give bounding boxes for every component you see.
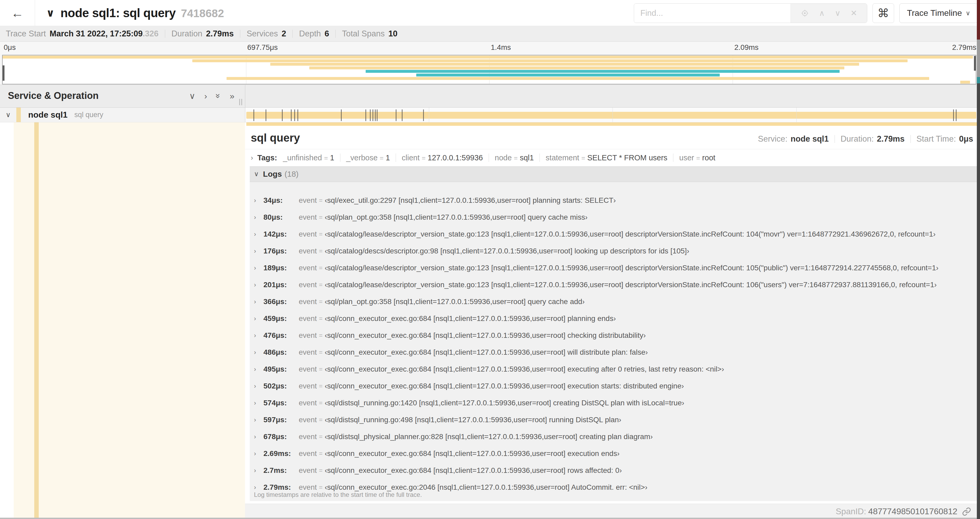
- log-event-marker[interactable]: [298, 109, 298, 121]
- log-expand-icon[interactable]: ›: [254, 264, 263, 271]
- log-expand-icon[interactable]: ›: [254, 248, 263, 255]
- log-event-marker[interactable]: [253, 109, 254, 121]
- tag-value: root: [702, 153, 715, 162]
- summary-item-services: Services2: [247, 29, 286, 38]
- span-detail-titlebar: sql query Service:node sql1Duration:2.79…: [245, 126, 980, 149]
- link-icon[interactable]: [962, 507, 971, 516]
- minimap-span-bar: [366, 70, 840, 73]
- log-expand-icon[interactable]: ›: [254, 298, 263, 305]
- log-expand-icon[interactable]: ›: [254, 332, 263, 339]
- log-row[interactable]: ›678μs:event=‹sql/distsql_physical_plann…: [250, 428, 977, 445]
- locate-icon[interactable]: [800, 9, 809, 18]
- tags-expand-icon[interactable]: ›: [251, 154, 253, 162]
- detail-meta-label: Duration:: [841, 134, 874, 144]
- log-expand-icon[interactable]: ›: [254, 214, 263, 221]
- tag-key: _verbose: [346, 153, 377, 162]
- log-row[interactable]: ›459μs:event=‹sql/conn_executor_exec.go:…: [250, 310, 977, 327]
- log-event-marker[interactable]: [372, 109, 373, 121]
- log-expand-icon[interactable]: ›: [254, 382, 263, 390]
- log-expand-icon[interactable]: ›: [254, 433, 263, 441]
- log-timestamp: 597μs:: [263, 416, 294, 424]
- log-field-value: ‹sql/catalog/lease/descriptor_version_st…: [325, 281, 937, 289]
- log-event-marker[interactable]: [282, 109, 283, 121]
- log-row[interactable]: ›366μs:event=‹sql/plan_opt.go:358 [nsql1…: [250, 293, 977, 310]
- column-resizer-grip[interactable]: [239, 99, 242, 105]
- span-detail-meta: Service:node sql1Duration:2.79msStart Ti…: [758, 134, 973, 144]
- log-row[interactable]: ›2.7ms:event=‹sql/conn_executor_exec.go:…: [250, 462, 977, 479]
- minimap-right-scrubber-handle[interactable]: [974, 56, 976, 71]
- log-field-key: event: [299, 331, 317, 340]
- log-event-marker[interactable]: [294, 109, 295, 121]
- span-duration-bar[interactable]: [246, 112, 976, 119]
- log-event-marker[interactable]: [402, 109, 402, 121]
- span-collapse-icon[interactable]: ∨: [0, 111, 16, 119]
- log-event-marker[interactable]: [291, 109, 292, 121]
- log-timestamp: 80μs:: [263, 213, 294, 222]
- summary-value: 10: [388, 29, 397, 38]
- log-event-marker[interactable]: [370, 109, 371, 121]
- trace-view-selector[interactable]: Trace Timeline ∨: [899, 3, 978, 23]
- span-row-name-cell[interactable]: ∨ node sql1 sql query: [0, 108, 245, 122]
- log-row[interactable]: ›574μs:event=‹sql/distsql_running.go:142…: [250, 394, 977, 411]
- minimap-span-bar: [192, 59, 908, 62]
- summary-label: Services: [247, 29, 278, 38]
- log-expand-icon[interactable]: ›: [254, 467, 263, 474]
- log-event-marker[interactable]: [341, 109, 342, 121]
- trace-collapse-icon[interactable]: ∨: [46, 7, 54, 19]
- log-expand-icon[interactable]: ›: [254, 484, 263, 491]
- log-expand-icon[interactable]: ›: [254, 197, 263, 204]
- log-row[interactable]: ›597μs:event=‹sql/distsql_running.go:498…: [250, 411, 977, 428]
- log-expand-icon[interactable]: ›: [254, 416, 263, 423]
- log-expand-icon[interactable]: ›: [254, 315, 263, 322]
- log-expand-icon[interactable]: ›: [254, 349, 263, 356]
- find-next-icon[interactable]: ∨: [835, 9, 841, 17]
- logs-label: Logs: [263, 169, 282, 179]
- column-divider[interactable]: [245, 85, 245, 122]
- log-timestamp: 366μs:: [263, 297, 294, 306]
- log-event-marker[interactable]: [375, 109, 375, 121]
- tag-key: user: [679, 153, 694, 162]
- log-row[interactable]: ›201μs:event=‹sql/catalog/lease/descript…: [250, 276, 977, 293]
- logs-collapse-icon[interactable]: ∨: [254, 170, 259, 178]
- tag-statement: statement=SELECT * FROM users: [546, 153, 667, 162]
- expand-one-icon[interactable]: ›: [204, 92, 207, 100]
- find-clear-icon[interactable]: ✕: [851, 9, 857, 17]
- log-expand-icon[interactable]: ›: [254, 450, 263, 457]
- collapse-one-icon[interactable]: ∨: [189, 92, 195, 100]
- log-event-marker[interactable]: [377, 109, 377, 121]
- log-event-marker[interactable]: [956, 109, 956, 121]
- span-row-bar-cell[interactable]: [245, 108, 980, 122]
- log-row[interactable]: ›34μs:event=‹sql/exec_util.go:2297 [nsql…: [250, 192, 977, 209]
- log-row[interactable]: ›2.69ms:event=‹sql/conn_executor_exec.go…: [250, 445, 977, 462]
- log-row[interactable]: ›142μs:event=‹sql/catalog/lease/descript…: [250, 226, 977, 243]
- find-input[interactable]: [634, 4, 791, 23]
- minimap-tick-label: 0μs: [4, 43, 16, 52]
- expand-all-icon[interactable]: »: [230, 92, 234, 100]
- collapse-all-icon[interactable]: »: [214, 94, 223, 98]
- log-event-marker[interactable]: [365, 109, 366, 121]
- log-event-marker[interactable]: [423, 109, 424, 121]
- log-row[interactable]: ›502μs:event=‹sql/conn_executor_exec.go:…: [250, 378, 977, 394]
- minimap-tick-label: 1.4ms: [491, 43, 511, 52]
- log-row[interactable]: ›486μs:event=‹sql/conn_executor_exec.go:…: [250, 344, 977, 361]
- log-event-marker[interactable]: [396, 109, 396, 121]
- log-expand-icon[interactable]: ›: [254, 399, 263, 407]
- log-row[interactable]: ›476μs:event=‹sql/conn_executor_exec.go:…: [250, 327, 977, 344]
- log-expand-icon[interactable]: ›: [254, 281, 263, 289]
- log-expand-icon[interactable]: ›: [254, 230, 263, 238]
- log-expand-icon[interactable]: ›: [254, 366, 263, 373]
- log-event-marker[interactable]: [953, 109, 954, 121]
- log-row[interactable]: ›495μs:event=‹sql/conn_executor_exec.go:…: [250, 361, 977, 378]
- log-row[interactable]: ›189μs:event=‹sql/catalog/lease/descript…: [250, 260, 977, 276]
- minimap-canvas[interactable]: [2, 55, 976, 85]
- keyboard-shortcuts-button[interactable]: ⌘: [872, 3, 894, 23]
- tags-row[interactable]: › Tags: _unfinished=1_verbose=1client=12…: [245, 149, 980, 166]
- minimap-left-scrubber-handle[interactable]: [3, 65, 5, 81]
- log-row[interactable]: ›80μs:event=‹sql/plan_opt.go:358 [nsql1,…: [250, 209, 977, 226]
- logs-header[interactable]: ∨ Logs (18): [250, 166, 977, 182]
- log-event-marker[interactable]: [266, 109, 266, 121]
- find-prev-icon[interactable]: ∧: [819, 9, 825, 17]
- back-button[interactable]: ←: [0, 0, 35, 26]
- log-field-value: ‹sql/plan_opt.go:358 [nsql1,client=127.0…: [325, 297, 585, 306]
- log-row[interactable]: ›176μs:event=‹sql/catalog/descs/descript…: [250, 243, 977, 260]
